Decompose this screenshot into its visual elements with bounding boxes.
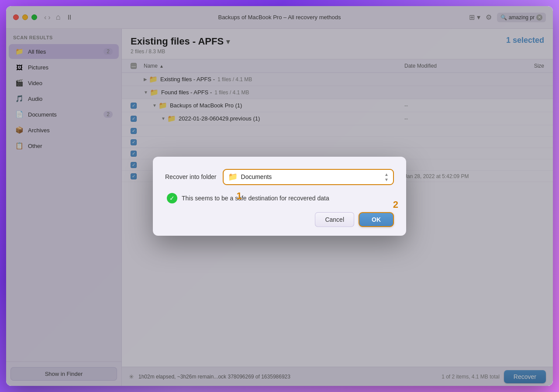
dialog-folder-row: Recover into folder 📁 Documents ▲ ▼ 1: [165, 169, 394, 185]
step-2-annotation: 2: [393, 199, 398, 210]
folder-stepper-icon[interactable]: ▲ ▼: [384, 172, 389, 182]
dialog-buttons: Cancel OK 2: [165, 212, 394, 227]
folder-select-icon: 📁: [228, 172, 238, 182]
safe-check-icon: ✓: [167, 193, 177, 203]
dialog-label: Recover into folder: [165, 173, 217, 180]
folder-selector[interactable]: 📁 Documents ▲ ▼ 1: [223, 169, 394, 185]
recover-dialog: Recover into folder 📁 Documents ▲ ▼ 1 ✓ …: [153, 157, 406, 236]
ok-button[interactable]: OK: [359, 212, 394, 227]
safe-message-row: ✓ This seems to be a safe destination fo…: [165, 193, 394, 203]
safe-message-text: This seems to be a safe destination for …: [182, 195, 329, 202]
step-1-annotation: 1: [237, 190, 242, 202]
dialog-overlay: Recover into folder 📁 Documents ▲ ▼ 1 ✓ …: [6, 6, 553, 386]
main-window: ‹ › ⌂ ⏸ Backups of MacBook Pro – All rec…: [6, 6, 553, 386]
cancel-button[interactable]: Cancel: [315, 212, 354, 227]
folder-select-text: Documents: [241, 173, 381, 180]
